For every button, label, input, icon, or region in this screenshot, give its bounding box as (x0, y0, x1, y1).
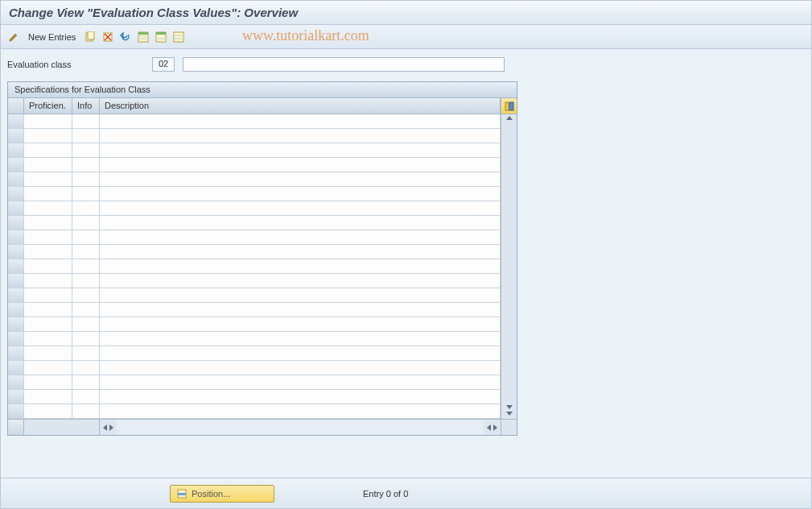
row-selector[interactable] (8, 187, 24, 201)
cell-proficien[interactable] (24, 317, 72, 331)
delete-icon[interactable] (101, 31, 114, 43)
row-selector[interactable] (8, 201, 24, 215)
cell-description[interactable] (100, 288, 501, 302)
cell-info[interactable] (72, 216, 100, 230)
cell-proficien[interactable] (24, 230, 72, 244)
scroll-right-step-icon[interactable] (109, 424, 113, 431)
evaluation-class-desc-input[interactable] (183, 57, 505, 72)
cell-description[interactable] (100, 332, 501, 346)
column-header-proficien[interactable]: Proficien. (24, 98, 72, 114)
cell-info[interactable] (72, 274, 100, 288)
row-selector[interactable] (8, 245, 24, 259)
cell-description[interactable] (100, 114, 501, 128)
cell-proficien[interactable] (24, 114, 72, 128)
undo-icon[interactable] (119, 31, 132, 43)
cell-proficien[interactable] (24, 390, 72, 403)
cell-description[interactable] (100, 303, 501, 317)
row-selector[interactable] (8, 390, 24, 403)
cell-proficien[interactable] (24, 172, 72, 186)
cell-info[interactable] (72, 114, 100, 128)
cell-info[interactable] (72, 390, 100, 403)
evaluation-class-code-input[interactable]: 02 (152, 57, 175, 72)
cell-description[interactable] (100, 216, 501, 230)
cell-info[interactable] (72, 361, 100, 375)
cell-info[interactable] (72, 201, 100, 215)
cell-proficien[interactable] (24, 361, 72, 375)
row-selector[interactable] (8, 346, 24, 360)
cell-info[interactable] (72, 172, 100, 186)
column-header-description[interactable]: Description (100, 98, 501, 114)
scroll-up-icon[interactable] (506, 116, 513, 120)
cell-info[interactable] (72, 346, 100, 360)
cell-proficien[interactable] (24, 274, 72, 288)
select-block-icon[interactable] (155, 31, 167, 43)
cell-proficien[interactable] (24, 143, 72, 157)
cell-info[interactable] (72, 143, 100, 157)
cell-info[interactable] (72, 129, 100, 143)
table-settings-icon[interactable] (501, 98, 517, 114)
row-selector[interactable] (8, 114, 24, 128)
scroll-down-icon[interactable] (506, 412, 513, 416)
row-selector[interactable] (8, 332, 24, 346)
cell-description[interactable] (100, 129, 501, 143)
cell-description[interactable] (100, 172, 501, 186)
cell-info[interactable] (72, 230, 100, 244)
row-selector[interactable] (8, 288, 24, 302)
cell-info[interactable] (72, 404, 100, 418)
row-selector[interactable] (8, 303, 24, 317)
cell-description[interactable] (100, 404, 501, 418)
horizontal-scrollbar[interactable] (8, 419, 517, 435)
hscroll-track[interactable] (117, 420, 484, 435)
cell-proficien[interactable] (24, 158, 72, 172)
row-selector[interactable] (8, 230, 24, 244)
cell-info[interactable] (72, 288, 100, 302)
select-all-icon[interactable] (137, 31, 150, 43)
row-selector[interactable] (8, 143, 24, 157)
row-selector[interactable] (8, 216, 24, 230)
deselect-all-icon[interactable] (172, 31, 185, 43)
cell-description[interactable] (100, 158, 501, 172)
cell-proficien[interactable] (24, 201, 72, 215)
cell-proficien[interactable] (24, 187, 72, 201)
cell-proficien[interactable] (24, 245, 72, 259)
cell-description[interactable] (100, 317, 501, 331)
cell-description[interactable] (100, 230, 501, 244)
row-selector[interactable] (8, 129, 24, 143)
cell-proficien[interactable] (24, 404, 72, 418)
scroll-right-icon[interactable] (493, 424, 497, 431)
cell-proficien[interactable] (24, 259, 72, 273)
column-header-info[interactable]: Info (72, 98, 100, 114)
row-selector[interactable] (8, 317, 24, 331)
cell-proficien[interactable] (24, 332, 72, 346)
cell-description[interactable] (100, 187, 501, 201)
copy-as-icon[interactable] (84, 31, 97, 43)
row-selector[interactable] (8, 404, 24, 418)
cell-description[interactable] (100, 346, 501, 360)
new-entries-button[interactable]: New Entries (25, 31, 79, 43)
cell-info[interactable] (72, 332, 100, 346)
cell-proficien[interactable] (24, 216, 72, 230)
row-selector[interactable] (8, 158, 24, 172)
vertical-scrollbar[interactable] (501, 114, 517, 419)
scroll-left-icon[interactable] (103, 424, 107, 431)
row-selector[interactable] (8, 172, 24, 186)
cell-info[interactable] (72, 259, 100, 273)
cell-info[interactable] (72, 158, 100, 172)
cell-info[interactable] (72, 245, 100, 259)
cell-description[interactable] (100, 245, 501, 259)
row-selector[interactable] (8, 274, 24, 288)
row-selector[interactable] (8, 361, 24, 375)
cell-info[interactable] (72, 187, 100, 201)
cell-proficien[interactable] (24, 303, 72, 317)
cell-proficien[interactable] (24, 288, 72, 302)
cell-description[interactable] (100, 143, 501, 157)
cell-info[interactable] (72, 303, 100, 317)
position-button[interactable]: Position... (170, 485, 274, 503)
cell-description[interactable] (100, 361, 501, 375)
toggle-change-icon[interactable] (7, 31, 20, 43)
cell-info[interactable] (72, 317, 100, 331)
cell-description[interactable] (100, 390, 501, 403)
cell-proficien[interactable] (24, 375, 72, 389)
cell-proficien[interactable] (24, 346, 72, 360)
cell-description[interactable] (100, 259, 501, 273)
